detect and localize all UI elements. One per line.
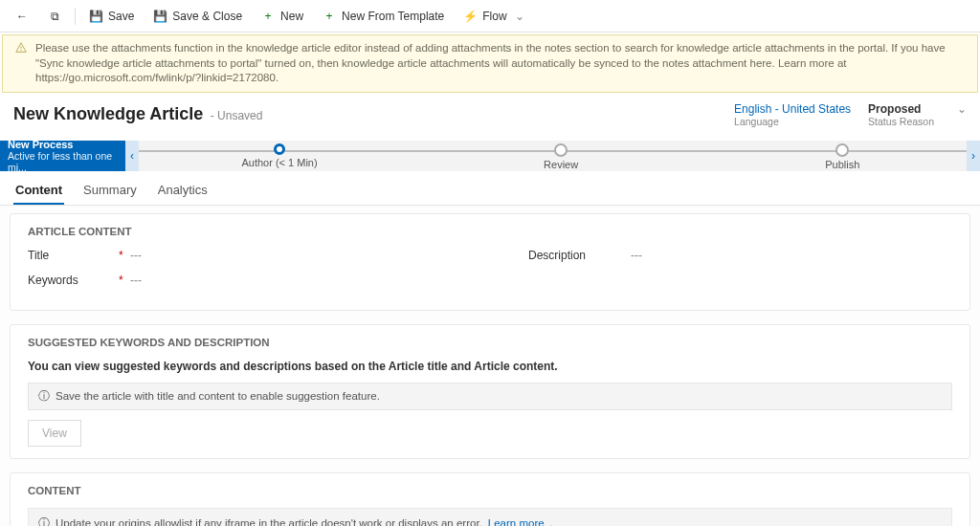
form-body: ARTICLE CONTENT Title * --- Keywords * -… bbox=[0, 206, 980, 526]
tab-content[interactable]: Content bbox=[13, 177, 64, 205]
header-fields: English - United States Language Propose… bbox=[734, 102, 967, 127]
language-label: Language bbox=[734, 116, 851, 127]
language-value: English - United States bbox=[734, 102, 851, 116]
field-value: --- bbox=[631, 249, 642, 262]
save-label: Save bbox=[108, 10, 134, 23]
bpf-stage-duration: Active for less than one mi... bbox=[8, 150, 122, 173]
suggested-section: SUGGESTED KEYWORDS AND DESCRIPTION You c… bbox=[10, 324, 970, 459]
save-close-icon: 💾 bbox=[153, 10, 167, 23]
new-template-label: New From Template bbox=[342, 10, 444, 23]
save-icon: 💾 bbox=[89, 10, 102, 23]
stage-label: Publish bbox=[825, 159, 859, 170]
divider bbox=[75, 8, 76, 25]
bpf-forward-button[interactable]: › bbox=[967, 141, 980, 171]
section-header: SUGGESTED KEYWORDS AND DESCRIPTION bbox=[28, 337, 952, 348]
language-field[interactable]: English - United States Language bbox=[734, 102, 851, 127]
stage-circle-icon bbox=[835, 143, 849, 157]
svg-point-1 bbox=[20, 50, 21, 51]
field-label: Keywords bbox=[28, 274, 119, 287]
suggest-info-text: Save the article with title and content … bbox=[56, 390, 380, 402]
bpf-stage[interactable]: Publish bbox=[785, 143, 900, 170]
new-label: New bbox=[280, 10, 303, 23]
bpf-stage[interactable]: Author (< 1 Min) bbox=[222, 143, 337, 168]
flow-label: Flow bbox=[482, 10, 506, 23]
refresh-button[interactable]: ⧉ bbox=[40, 6, 69, 27]
stage-label: Author (< 1 Min) bbox=[241, 157, 317, 168]
field-value: --- bbox=[130, 274, 142, 287]
plus-icon: + bbox=[261, 10, 275, 23]
new-button[interactable]: +New bbox=[254, 6, 311, 27]
content-info: ⓘ Update your origins allowlist if any i… bbox=[28, 508, 952, 526]
article-content-section: ARTICLE CONTENT Title * --- Keywords * -… bbox=[10, 213, 970, 311]
record-header: New Knowledge Article - Unsaved English … bbox=[0, 95, 980, 131]
command-bar: ← ⧉ 💾Save 💾Save & Close +New +New From T… bbox=[0, 0, 980, 33]
warning-bar: Please use the attachments function in t… bbox=[2, 34, 978, 93]
learn-more-link[interactable]: Learn more bbox=[488, 517, 545, 526]
description-field[interactable]: Description --- bbox=[528, 249, 952, 262]
required-indicator: * bbox=[119, 249, 130, 262]
suggest-info: ⓘ Save the article with title and conten… bbox=[28, 383, 952, 410]
status-value: Proposed bbox=[868, 102, 934, 116]
field-label: Description bbox=[528, 249, 619, 262]
bpf-active-stage[interactable]: New Process Active for less than one mi.… bbox=[0, 141, 129, 171]
info-icon: ⓘ bbox=[38, 516, 50, 526]
unsaved-indicator: - Unsaved bbox=[211, 109, 263, 122]
warning-icon bbox=[14, 41, 28, 55]
required-indicator: * bbox=[119, 274, 130, 287]
field-label: Title bbox=[28, 249, 119, 262]
section-header: ARTICLE CONTENT bbox=[28, 226, 952, 237]
bpf-stage[interactable]: Review bbox=[503, 143, 618, 170]
form-tabs: ContentSummaryAnalytics bbox=[0, 171, 980, 206]
title-field[interactable]: Title * --- bbox=[28, 249, 452, 262]
info-icon: ⓘ bbox=[38, 389, 50, 404]
save-close-label: Save & Close bbox=[172, 10, 242, 23]
open-new-icon: ⧉ bbox=[48, 10, 61, 23]
bpf-track: Author (< 1 Min)ReviewPublish bbox=[139, 141, 967, 171]
plus-icon: + bbox=[323, 10, 336, 23]
section-header: CONTENT bbox=[28, 485, 952, 496]
chevron-down-icon: ⌄ bbox=[513, 10, 526, 23]
save-close-button[interactable]: 💾Save & Close bbox=[145, 6, 250, 27]
bpf-stage-name: New Process bbox=[8, 139, 122, 150]
field-value: --- bbox=[130, 249, 142, 262]
status-field[interactable]: Proposed Status Reason bbox=[868, 102, 934, 127]
suggest-message: You can view suggested keywords and desc… bbox=[28, 360, 952, 373]
flow-button[interactable]: ⚡Flow⌄ bbox=[456, 6, 533, 27]
status-label: Status Reason bbox=[868, 116, 934, 127]
bpf-back-button[interactable]: ‹ bbox=[125, 141, 139, 171]
stage-circle-icon bbox=[554, 143, 568, 157]
view-button[interactable]: View bbox=[28, 420, 81, 447]
content-section: CONTENT ⓘ Update your origins allowlist … bbox=[10, 472, 970, 526]
arrow-left-icon: ← bbox=[15, 10, 29, 23]
stage-circle-icon bbox=[274, 143, 285, 155]
content-info-text: Update your origins allowlist if any ifr… bbox=[56, 517, 482, 526]
keywords-field[interactable]: Keywords * --- bbox=[28, 274, 452, 287]
warning-text: Please use the attachments function in t… bbox=[35, 41, 966, 86]
tab-analytics[interactable]: Analytics bbox=[156, 177, 210, 205]
save-button[interactable]: 💾Save bbox=[81, 6, 142, 27]
new-template-button[interactable]: +New From Template bbox=[315, 6, 452, 27]
flow-icon: ⚡ bbox=[463, 10, 477, 23]
chevron-down-icon[interactable]: ⌄ bbox=[957, 102, 967, 116]
business-process-flow: New Process Active for less than one mi.… bbox=[0, 137, 980, 171]
back-button[interactable]: ← bbox=[8, 6, 36, 27]
page-title: New Knowledge Article bbox=[13, 104, 203, 123]
tab-summary[interactable]: Summary bbox=[81, 177, 139, 205]
stage-label: Review bbox=[544, 159, 578, 170]
